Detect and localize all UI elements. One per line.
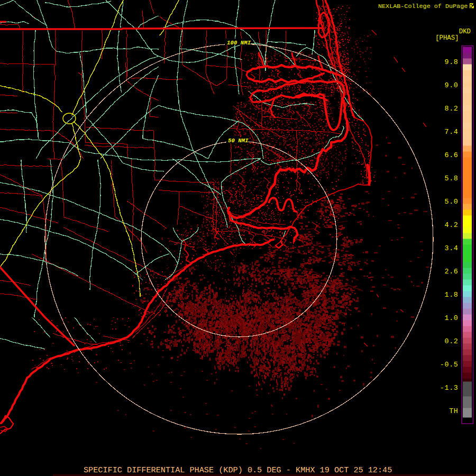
svg-text:NEXLAB-College of DuPage: NEXLAB-College of DuPage [378,3,468,10]
svg-text:9.0: 9.0 [444,81,458,89]
svg-text:SPECIFIC DIFFERENTIAL PHASE (K: SPECIFIC DIFFERENTIAL PHASE (KDP) 0.5 DE… [84,465,392,475]
svg-text:-0.5: -0.5 [440,361,459,369]
svg-text:[PHAS]: [PHAS] [435,34,459,42]
svg-text:6.6: 6.6 [444,151,458,159]
svg-text:0.2: 0.2 [444,337,458,345]
svg-text:100 NMI: 100 NMI [227,40,251,46]
svg-text:4.2: 4.2 [444,221,458,229]
svg-text:50 NMI: 50 NMI [228,138,249,144]
svg-text:2.6: 2.6 [444,268,458,276]
svg-text:3.4: 3.4 [444,244,458,252]
svg-text:TH: TH [449,407,458,415]
svg-text:8.2: 8.2 [444,105,458,113]
svg-text:5.8: 5.8 [444,175,458,182]
svg-text:1.8: 1.8 [444,291,458,299]
svg-text:-1.3: -1.3 [440,384,459,392]
svg-text:1.0: 1.0 [444,314,458,322]
svg-text:5.0: 5.0 [444,198,458,206]
svg-text:DKD: DKD [459,28,471,35]
svg-text:9.8: 9.8 [444,58,458,66]
svg-text:7.4: 7.4 [444,128,458,136]
